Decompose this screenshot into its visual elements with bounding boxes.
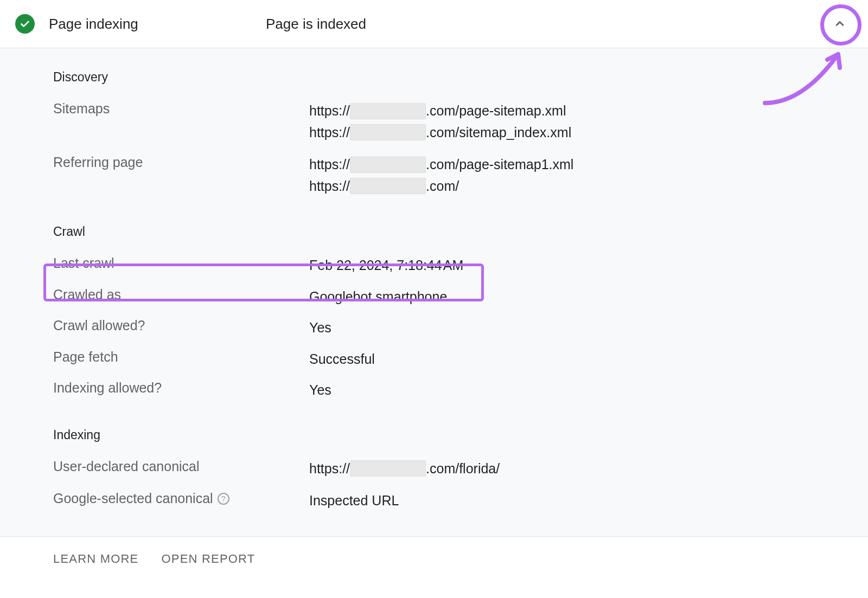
label-referring-page: Referring page bbox=[53, 155, 309, 170]
value-crawl-allowed: Yes bbox=[309, 318, 331, 338]
card-status: Page is indexed bbox=[266, 16, 366, 33]
label-user-canonical: User-declared canonical bbox=[53, 459, 309, 474]
learn-more-button[interactable]: LEARN MORE bbox=[53, 552, 138, 566]
label-sitemaps: Sitemaps bbox=[53, 101, 309, 117]
card-footer: LEARN MORE OPEN REPORT bbox=[0, 537, 868, 581]
row-indexing-allowed: Indexing allowed? Yes bbox=[53, 375, 868, 406]
row-page-fetch: Page fetch Successful bbox=[53, 344, 868, 375]
card-title: Page indexing bbox=[49, 16, 266, 33]
value-google-canonical: Inspected URL bbox=[309, 491, 399, 511]
row-last-crawl: Last crawl Feb 22, 2024, 7:18:44 AM bbox=[53, 250, 868, 281]
section-title-indexing: Indexing bbox=[53, 428, 868, 442]
redacted-domain bbox=[350, 460, 426, 477]
redacted-domain bbox=[350, 103, 426, 119]
redacted-domain bbox=[350, 178, 426, 194]
row-user-canonical: User-declared canonical https://.com/flo… bbox=[53, 453, 868, 486]
row-crawled-as: Crawled as Googlebot smartphone bbox=[53, 281, 868, 313]
label-google-canonical: Google-selected canonical ? bbox=[53, 491, 309, 506]
value-referring-page: https://.com/page-sitemap1.xml https://.… bbox=[309, 155, 573, 197]
redacted-domain bbox=[350, 124, 426, 140]
section-discovery: Discovery Sitemaps https://.com/page-sit… bbox=[0, 48, 868, 206]
section-title-crawl: Crawl bbox=[53, 224, 868, 239]
value-sitemaps: https://.com/page-sitemap.xml https://.c… bbox=[309, 101, 571, 144]
label-last-crawl: Last crawl bbox=[53, 255, 309, 271]
row-google-canonical: Google-selected canonical ? Inspected UR… bbox=[53, 485, 868, 517]
section-title-discovery: Discovery bbox=[53, 70, 868, 85]
page-indexing-card: Page indexing Page is indexed Discovery … bbox=[0, 0, 868, 581]
value-last-crawl: Feb 22, 2024, 7:18:44 AM bbox=[309, 255, 463, 276]
label-crawl-allowed: Crawl allowed? bbox=[53, 318, 309, 333]
card-body: Discovery Sitemaps https://.com/page-sit… bbox=[0, 48, 868, 537]
help-icon[interactable]: ? bbox=[218, 493, 229, 505]
value-user-canonical: https://.com/florida/ bbox=[309, 459, 500, 480]
value-page-fetch: Successful bbox=[309, 349, 375, 370]
label-indexing-allowed: Indexing allowed? bbox=[53, 380, 309, 396]
value-crawled-as: Googlebot smartphone bbox=[309, 287, 447, 307]
collapse-button[interactable] bbox=[828, 12, 852, 36]
row-sitemaps: Sitemaps https://.com/page-sitemap.xml h… bbox=[53, 95, 868, 149]
section-indexing: Indexing User-declared canonical https:/… bbox=[0, 409, 868, 536]
value-indexing-allowed: Yes bbox=[309, 380, 331, 401]
label-crawled-as: Crawled as bbox=[53, 287, 309, 303]
chevron-up-icon bbox=[832, 16, 847, 31]
row-referring-page: Referring page https://.com/page-sitemap… bbox=[53, 149, 868, 203]
row-crawl-allowed: Crawl allowed? Yes bbox=[53, 312, 868, 344]
card-header[interactable]: Page indexing Page is indexed bbox=[0, 0, 868, 48]
open-report-button[interactable]: OPEN REPORT bbox=[161, 552, 255, 566]
status-success-icon bbox=[15, 14, 35, 34]
redacted-domain bbox=[350, 157, 426, 173]
label-page-fetch: Page fetch bbox=[53, 349, 309, 365]
section-crawl: Crawl Last crawl Feb 22, 2024, 7:18:44 A… bbox=[0, 206, 868, 409]
